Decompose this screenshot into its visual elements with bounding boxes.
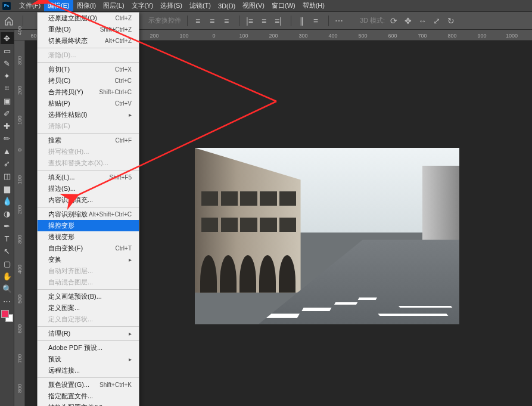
menu-item[interactable]: 定义画笔预设(B)... <box>38 291 139 302</box>
menu-item: 自动混合图层... <box>38 277 139 288</box>
menu-item[interactable]: 自由变换(F)Ctrl+T <box>38 243 139 254</box>
menu-item[interactable]: 搜索Ctrl+F <box>38 135 139 146</box>
menu-item[interactable]: 粘贴(P)Ctrl+V <box>38 98 139 109</box>
divider <box>328 16 329 26</box>
more-align-icon[interactable]: ⋯ <box>332 15 346 27</box>
3d-rotate-icon[interactable]: ↻ <box>444 15 458 27</box>
menu-item[interactable]: 预设▸ <box>38 354 139 365</box>
marquee-tool[interactable]: ▭ <box>1 45 14 57</box>
menu-item[interactable]: Adobe PDF 预设... <box>38 342 139 354</box>
menu-filter[interactable]: 滤镜(T) <box>186 0 214 11</box>
align-center-icon[interactable]: ≡ <box>257 15 270 27</box>
ruler-tick: 100 <box>179 30 188 40</box>
menu-select[interactable]: 选择(S) <box>157 0 186 11</box>
menu-edit[interactable]: 编辑(E) <box>44 0 73 11</box>
menu-item[interactable]: 颜色设置(G)...Shift+Ctrl+K <box>38 379 139 390</box>
eraser-tool[interactable]: ◫ <box>1 170 14 182</box>
menu-item[interactable]: 剪切(T)Ctrl+X <box>38 64 139 75</box>
shape-tool[interactable]: ▢ <box>1 258 14 269</box>
quick-select-tool[interactable]: ✦ <box>1 70 14 82</box>
gradient-tool[interactable]: ▆ <box>1 182 14 194</box>
align-middle-icon[interactable]: ≡ <box>206 15 219 27</box>
ruler-tick: 100 <box>14 175 24 184</box>
menu-item[interactable]: 内容识别缩放Alt+Shift+Ctrl+C <box>38 209 139 220</box>
divider <box>291 16 291 26</box>
menu-view[interactable]: 视图(V) <box>239 0 268 11</box>
eyedropper-tool[interactable]: ✐ <box>1 107 14 119</box>
menu-item[interactable]: 还原建立图层(O)Ctrl+Z <box>38 13 139 24</box>
ruler-tick: 300 <box>14 235 24 243</box>
menu-separator <box>38 62 139 63</box>
menu-item[interactable]: 内容识别填充... <box>38 194 139 206</box>
3d-slide-icon[interactable]: ↔ <box>416 15 429 27</box>
transform-controls-label: 示变换控件 <box>148 16 181 25</box>
distribute-h-icon[interactable]: ‖ <box>295 15 308 27</box>
fg-color-swatch[interactable] <box>1 310 9 318</box>
divider <box>239 16 239 26</box>
menu-layer[interactable]: 图层(L) <box>99 0 127 11</box>
ruler-tick: 400 <box>14 265 24 273</box>
ruler-tick: 700 <box>14 354 24 362</box>
crop-tool[interactable]: ⌗ <box>1 82 14 94</box>
3d-zoom-icon[interactable]: ⤢ <box>430 15 443 27</box>
3d-pan-icon[interactable]: ✥ <box>402 15 415 27</box>
blur-tool[interactable]: 💧 <box>1 195 14 207</box>
menu-item[interactable]: 填充(L)...Shift+F5 <box>38 172 139 183</box>
menu-item[interactable]: 选择性粘贴(I)▸ <box>38 109 139 120</box>
menu-item[interactable]: 转换为配置文件(V)... <box>38 402 139 406</box>
zoom-tool[interactable]: 🔍 <box>1 283 14 295</box>
menu-item: 定义自定形状... <box>38 314 139 325</box>
pen-tool[interactable]: ✒ <box>1 220 14 232</box>
dodge-tool[interactable]: ◑ <box>1 207 14 219</box>
align-right-icon[interactable]: ≡| <box>272 15 285 27</box>
ruler-tick: 400 <box>14 26 24 35</box>
menu-item[interactable]: 重做(O)Shift+Ctrl+Z <box>38 24 139 35</box>
ruler-tick: 600 <box>14 324 24 333</box>
ruler-tick: 300 <box>298 30 307 40</box>
ruler-tick: 600 <box>388 30 397 40</box>
menu-3d[interactable]: 3D(D) <box>214 1 239 11</box>
document-image[interactable] <box>195 148 459 324</box>
more-tool[interactable]: ⋯ <box>1 295 14 307</box>
home-icon[interactable] <box>4 16 14 26</box>
menu-window[interactable]: 窗口(W) <box>268 0 299 11</box>
hand-tool[interactable]: ✋ <box>1 270 14 282</box>
move-tool[interactable]: ✥ <box>1 32 14 44</box>
distribute-v-icon[interactable]: = <box>309 15 322 27</box>
align-bottom-icon[interactable]: ≡ <box>220 15 233 27</box>
menu-help[interactable]: 帮助(H) <box>299 0 328 11</box>
ruler-tick: 200 <box>269 30 278 40</box>
healing-tool[interactable]: ✚ <box>1 120 14 132</box>
ruler-tick: 1000 <box>506 30 518 40</box>
3d-orbit-icon[interactable]: ⟳ <box>387 15 400 27</box>
menu-item[interactable]: 定义图案... <box>38 302 139 314</box>
menu-item[interactable]: 清理(R)▸ <box>38 328 139 339</box>
menu-item[interactable]: 指定配置文件... <box>38 390 139 402</box>
menu-item[interactable]: 切换最终状态Alt+Ctrl+Z <box>38 35 139 47</box>
menu-item[interactable]: 变换▸ <box>38 254 139 265</box>
menu-item[interactable]: 透视变形 <box>38 231 139 243</box>
ruler-tick: 0 <box>14 145 24 154</box>
color-swatches[interactable] <box>1 310 13 322</box>
menu-item[interactable]: 操控变形 <box>38 220 139 231</box>
menu-image[interactable]: 图像(I) <box>73 0 99 11</box>
menu-item[interactable]: 远程连接... <box>38 365 139 376</box>
align-left-icon[interactable]: |≡ <box>243 15 256 27</box>
brush-tool[interactable]: ✏ <box>1 132 14 144</box>
menu-item[interactable]: 拷贝(C)Ctrl+C <box>38 75 139 86</box>
align-top-icon[interactable]: ≡ <box>191 15 204 27</box>
frame-tool[interactable]: ▣ <box>1 95 14 107</box>
stamp-tool[interactable]: ▲ <box>1 145 14 157</box>
menu-item[interactable]: 描边(S)... <box>38 183 139 194</box>
lasso-tool[interactable]: ✎ <box>1 57 14 69</box>
ruler-tick: 900 <box>477 30 486 40</box>
menu-separator <box>38 133 139 134</box>
type-tool[interactable]: T <box>1 233 14 244</box>
menu-item[interactable]: 合并拷贝(Y)Shift+Ctrl+C <box>38 86 139 98</box>
menu-file[interactable]: 文件(F) <box>15 0 44 11</box>
divider <box>187 16 188 26</box>
path-select-tool[interactable]: ↖ <box>1 245 14 257</box>
menu-type[interactable]: 文字(Y) <box>128 0 157 11</box>
history-brush-tool[interactable]: ➶ <box>1 157 14 169</box>
menu-separator <box>38 48 139 48</box>
